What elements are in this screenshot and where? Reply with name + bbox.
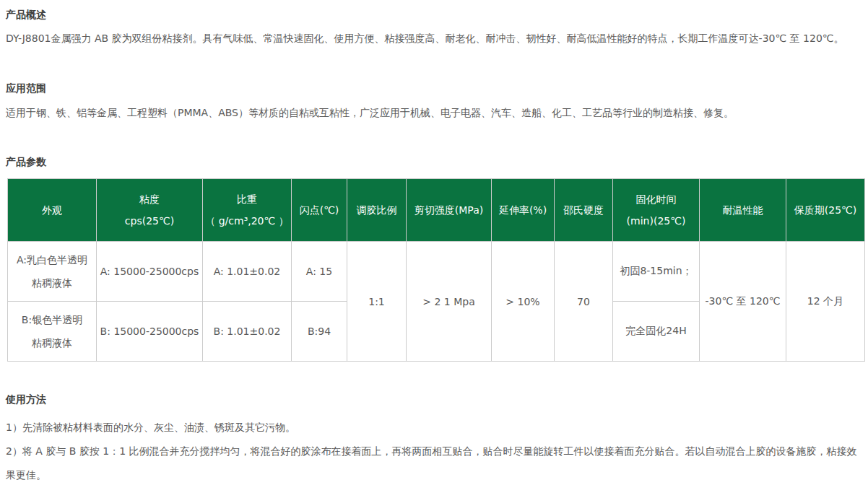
th-temp-resistance: 耐温性能: [700, 179, 786, 242]
cell-viscosity-b: B: 15000-25000cps: [97, 302, 203, 362]
th-shore-hardness: 邵氏硬度: [555, 179, 613, 242]
cell-cure-full: 完全固化24H: [613, 302, 700, 362]
cell-mix-ratio: 1:1: [347, 242, 407, 362]
th-flash-label: 闪点(℃): [293, 199, 345, 221]
th-ratio-label: 调胶比例: [349, 199, 404, 221]
th-cure-line1: 固化时间: [615, 188, 698, 210]
table-row-a: A:乳白色半透明 粘稠液体 A: 15000-25000cps A: 1.01±…: [8, 242, 865, 302]
cell-appearance-a-line1: A:乳白色半透明: [9, 248, 95, 271]
usage-step-2: 2）将 A 胶与 B 胶按 1：1 比例混合并充分搅拌均匀，将混合好的胶涂布在接…: [6, 440, 861, 485]
th-shear-label: 剪切强度(MPa): [408, 199, 490, 221]
cell-elongation: > 10%: [492, 242, 555, 362]
section-usage: 使用方法 1）先清除被粘材料表面的水分、灰尘、油渍、锈斑及其它污物。 2）将 A…: [6, 392, 861, 485]
th-appearance: 外观: [8, 179, 97, 242]
th-elongation-label: 延伸率(%): [493, 199, 552, 221]
th-viscosity: 粘度 cps(25℃): [97, 179, 203, 242]
th-gravity-line1: 比重: [204, 188, 290, 210]
cell-viscosity-a: A: 15000-25000cps: [97, 242, 203, 302]
th-flash-point: 闪点(℃): [292, 179, 347, 242]
parameters-heading: 产品参数: [6, 154, 861, 169]
th-hardness-label: 邵氏硬度: [556, 199, 611, 221]
usage-heading: 使用方法: [6, 392, 861, 406]
cell-shear-strength: > 2 1 Mpa: [407, 242, 492, 362]
th-shelf-life: 保质期(25℃): [786, 179, 865, 242]
th-elongation: 延伸率(%): [492, 179, 555, 242]
cell-gravity-a: A: 1.01±0.02: [203, 242, 292, 302]
th-shelf-label: 保质期(25℃): [788, 199, 863, 221]
overview-text: DY-J8801金属强力 AB 胶为双组份粘接剂。具有气味低、常温快速固化、使用…: [6, 31, 861, 46]
th-viscosity-line2: cps(25℃): [98, 210, 201, 232]
cell-appearance-b: B:银色半透明 粘稠液体: [8, 302, 97, 362]
application-text: 适用于钢、铁、铝等金属、工程塑料（PMMA、ABS）等材质的自粘或互粘性，广泛应…: [6, 105, 861, 121]
th-gravity-line2: （ g/cm³,20℃ ）: [204, 210, 290, 232]
th-cure-time: 固化时间 (min)(25℃): [613, 179, 700, 242]
cell-appearance-a-line2: 粘稠液体: [9, 271, 95, 294]
section-overview: 产品概述 DY-J8801金属强力 AB 胶为双组份粘接剂。具有气味低、常温快速…: [6, 7, 861, 46]
cell-shore-hardness: 70: [555, 242, 613, 362]
th-temp-label: 耐温性能: [701, 199, 784, 221]
th-appearance-label: 外观: [9, 199, 95, 221]
cell-appearance-b-line1: B:银色半透明: [9, 308, 95, 331]
cell-temp-resistance: -30℃ 至 120℃: [700, 242, 786, 362]
cell-appearance-a: A:乳白色半透明 粘稠液体: [8, 242, 97, 302]
usage-steps: 1）先清除被粘材料表面的水分、灰尘、油渍、锈斑及其它污物。 2）将 A 胶与 B…: [6, 416, 861, 485]
cell-flash-b: B:94: [292, 302, 347, 362]
usage-step-1: 1）先清除被粘材料表面的水分、灰尘、油渍、锈斑及其它污物。: [6, 416, 861, 440]
cell-cure-initial: 初固8-15min；: [613, 242, 700, 302]
cell-gravity-b: B: 1.01±0.02: [203, 302, 292, 362]
parameters-table: 外观 粘度 cps(25℃) 比重 （ g/cm³,20℃ ） 闪点(℃) 调胶: [7, 178, 865, 362]
th-shear-strength: 剪切强度(MPa): [407, 179, 492, 242]
product-detail-page: 产品概述 DY-J8801金属强力 AB 胶为双组份粘接剂。具有气味低、常温快速…: [0, 0, 868, 485]
section-parameters: 产品参数 外观: [6, 154, 861, 362]
section-application: 应用范围 适用于钢、铁、铝等金属、工程塑料（PMMA、ABS）等材质的自粘或互粘…: [6, 81, 861, 121]
th-viscosity-line1: 粘度: [98, 188, 201, 210]
th-specific-gravity: 比重 （ g/cm³,20℃ ）: [203, 179, 292, 242]
overview-heading: 产品概述: [6, 7, 861, 22]
cell-appearance-b-line2: 粘稠液体: [9, 331, 95, 354]
table-header-row: 外观 粘度 cps(25℃) 比重 （ g/cm³,20℃ ） 闪点(℃) 调胶: [8, 179, 865, 242]
cell-shelf-life: 12 个月: [786, 242, 865, 362]
th-cure-line2: (min)(25℃): [615, 210, 698, 232]
application-heading: 应用范围: [6, 81, 861, 95]
cell-flash-a: A: 15: [292, 242, 347, 302]
th-mix-ratio: 调胶比例: [347, 179, 407, 242]
